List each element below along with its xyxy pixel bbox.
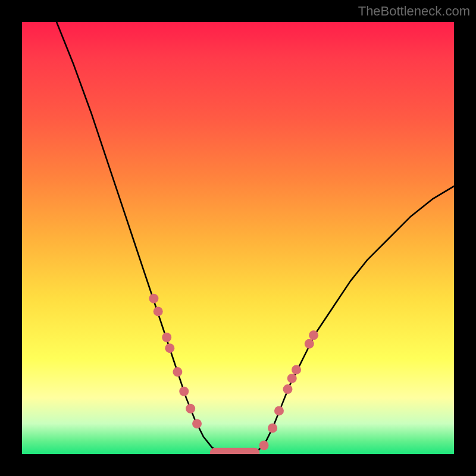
- plot-area: [22, 22, 454, 454]
- data-point: [287, 374, 297, 383]
- chart-frame: TheBottleneck.com: [0, 0, 476, 476]
- watermark-text: TheBottleneck.com: [358, 4, 470, 19]
- data-point: [274, 406, 284, 415]
- data-point: [165, 343, 174, 353]
- data-point: [154, 306, 163, 316]
- data-point: [305, 339, 314, 349]
- data-point: [186, 404, 195, 414]
- bottom-bar: [210, 448, 259, 454]
- data-point: [149, 294, 158, 303]
- data-point: [268, 423, 277, 433]
- curve-path: [57, 22, 454, 453]
- data-point: [173, 367, 182, 377]
- data-point: [309, 330, 318, 340]
- data-point: [162, 333, 171, 342]
- bottleneck-curve: [22, 22, 454, 454]
- data-point: [259, 440, 269, 450]
- data-point: [192, 419, 202, 428]
- data-point: [179, 387, 189, 396]
- data-point: [292, 365, 301, 374]
- data-point: [283, 384, 292, 394]
